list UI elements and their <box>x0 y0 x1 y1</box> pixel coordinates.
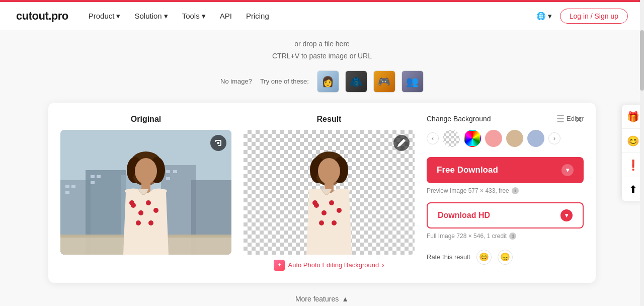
auto-photo-label: Auto Photo Editing Background <box>288 261 379 269</box>
rate-label: Rate this result <box>427 253 470 261</box>
auto-photo-arrow: › <box>382 261 384 269</box>
original-image-svg <box>60 130 231 255</box>
edit-icon[interactable] <box>393 135 410 151</box>
no-image-label: No image? <box>220 78 252 85</box>
result-panel: Result <box>244 115 415 271</box>
sample-image-1[interactable]: 👩 <box>317 70 339 93</box>
main-nav: Product ▾ Solution ▾ Tools ▾ API Pricing <box>89 12 536 21</box>
preview-info-text: Preview Image 577 × 433, free <box>427 187 509 194</box>
nav-tools[interactable]: Tools ▾ <box>182 12 206 21</box>
rate-sad-button[interactable]: 😞 <box>498 250 513 265</box>
original-image-container <box>60 130 231 255</box>
svg-point-26 <box>138 210 143 215</box>
swatch-row: ‹ › <box>427 130 584 147</box>
result-image-container: ✦ Auto Photo Editing Background › <box>244 130 415 271</box>
sample-image-4[interactable]: 👥 <box>401 70 424 93</box>
svg-point-43 <box>319 220 324 225</box>
result-image <box>244 130 415 255</box>
result-image-svg <box>244 130 415 255</box>
logo[interactable]: cutout.pro <box>16 10 68 23</box>
full-image-info: Full Image 728 × 546, 1 credit ℹ <box>427 233 584 240</box>
header: cutout.pro Product ▾ Solution ▾ Tools ▾ … <box>0 2 644 30</box>
sample-images-row: No image? Try one of these: 👩 🧥 🎮 👥 <box>0 66 644 103</box>
original-panel: Original <box>60 115 231 271</box>
svg-point-42 <box>337 208 342 213</box>
svg-point-36 <box>318 158 340 184</box>
svg-point-44 <box>332 220 337 225</box>
scrollbar[interactable] <box>640 0 644 306</box>
upload-hint-line2: CTRL+V to paste image or URL <box>0 50 644 62</box>
try-one-label: Try one of these: <box>260 78 309 85</box>
svg-point-39 <box>312 200 317 205</box>
rate-row: Rate this result 😊 😞 <box>427 250 584 265</box>
more-features-chevron: ▲ <box>342 295 349 303</box>
header-right: 🌐 ▾ Log in / Sign up <box>536 9 628 24</box>
change-bg-label: Change Background <box>427 115 491 123</box>
swatch-next[interactable]: › <box>548 132 560 144</box>
rate-happy-button[interactable]: 😊 <box>476 250 492 265</box>
svg-point-25 <box>129 200 134 205</box>
svg-point-22 <box>135 158 157 184</box>
preview-info-icon: ℹ <box>512 187 519 194</box>
action-panel: Change Background Editor ‹ › <box>427 115 584 271</box>
swatch-prev[interactable]: ‹ <box>427 132 439 144</box>
sample-image-3[interactable]: 🎮 <box>373 70 395 93</box>
close-button[interactable]: ✕ <box>572 113 586 127</box>
full-info-icon: ℹ <box>509 233 516 240</box>
free-download-button[interactable]: Free Download ▾ <box>427 157 584 183</box>
swatch-tan[interactable] <box>506 130 523 147</box>
download-hd-arrow: ▾ <box>560 209 573 221</box>
svg-point-27 <box>146 200 151 205</box>
more-features-label: More features <box>295 295 339 303</box>
svg-point-28 <box>153 208 158 213</box>
sample-image-2[interactable]: 🧥 <box>345 70 367 93</box>
svg-point-41 <box>329 200 334 205</box>
login-button[interactable]: Log in / Sign up <box>560 9 628 24</box>
svg-rect-13 <box>173 170 177 173</box>
upload-hint: or drop a file here CTRL+V to paste imag… <box>0 30 644 66</box>
result-card: ✕ Original <box>48 103 596 283</box>
change-bg-row: Change Background Editor <box>427 115 584 123</box>
main-container: ✕ Original <box>40 103 604 306</box>
upload-hint-line1: or drop a file here <box>0 38 644 50</box>
preview-info: Preview Image 577 × 433, free ℹ <box>427 187 584 194</box>
svg-point-29 <box>136 220 141 225</box>
svg-rect-9 <box>91 175 95 178</box>
crop-icon[interactable] <box>210 135 226 151</box>
svg-rect-6 <box>65 185 69 188</box>
auto-photo-icon: ✦ <box>274 260 285 271</box>
free-download-label: Free Download <box>437 165 498 175</box>
svg-rect-14 <box>166 177 170 180</box>
auto-photo-link[interactable]: ✦ Auto Photo Editing Background › <box>244 260 415 271</box>
svg-rect-8 <box>65 191 69 194</box>
more-features[interactable]: More features ▲ <box>48 287 596 306</box>
original-image <box>60 130 231 255</box>
swatch-blue[interactable] <box>527 130 544 147</box>
svg-rect-7 <box>71 185 75 188</box>
svg-rect-12 <box>166 170 170 173</box>
full-info-text: Full Image 728 × 546, 1 credit <box>427 233 507 240</box>
svg-rect-10 <box>97 175 101 178</box>
original-label: Original <box>60 115 231 124</box>
svg-point-30 <box>148 220 153 225</box>
scrollbar-thumb[interactable] <box>640 30 644 91</box>
download-hd-button[interactable]: Download HD ▾ <box>427 202 584 228</box>
editor-icon <box>557 115 564 122</box>
swatch-transparent[interactable] <box>443 130 460 147</box>
svg-point-40 <box>321 210 327 215</box>
swatch-pink[interactable] <box>485 130 502 147</box>
nav-product[interactable]: Product ▾ <box>89 12 121 21</box>
nav-solution[interactable]: Solution ▾ <box>134 12 168 21</box>
swatch-rainbow[interactable] <box>464 130 481 147</box>
nav-pricing[interactable]: Pricing <box>246 12 269 20</box>
result-label: Result <box>244 115 415 124</box>
nav-api[interactable]: API <box>220 12 232 20</box>
svg-rect-11 <box>91 181 95 184</box>
download-hd-label: Download HD <box>438 211 490 220</box>
language-switcher[interactable]: 🌐 ▾ <box>536 12 552 21</box>
free-download-arrow: ▾ <box>561 164 574 176</box>
